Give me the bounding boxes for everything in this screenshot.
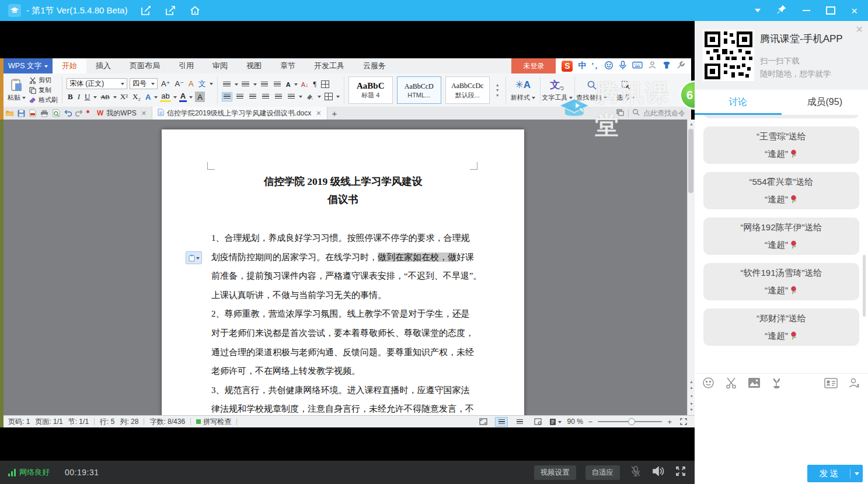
fullscreen-icon[interactable] bbox=[675, 465, 686, 479]
style-heading4[interactable]: AaBbC 标题 4 bbox=[348, 76, 393, 104]
mic-muted-icon[interactable] bbox=[629, 465, 642, 480]
font-size-select[interactable]: 四号 bbox=[130, 78, 158, 89]
sort-button[interactable]: A↓ bbox=[300, 79, 310, 90]
page-view-icon[interactable] bbox=[495, 417, 508, 427]
reading-layout-button[interactable] bbox=[549, 418, 562, 426]
chevron-down-icon[interactable] bbox=[173, 96, 177, 100]
open-file-icon[interactable] bbox=[4, 107, 15, 120]
ribbon-tab-dev-tools[interactable]: 开发工具 bbox=[305, 58, 354, 73]
outline-view-icon[interactable] bbox=[513, 417, 526, 427]
align-left-button[interactable] bbox=[222, 92, 232, 101]
style-default-para[interactable]: AaBbCcDc 默认段... bbox=[445, 76, 490, 104]
italic-button[interactable]: I bbox=[76, 92, 81, 102]
text-tools-button[interactable]: 文 文字工具 bbox=[541, 73, 574, 107]
strikethrough-button[interactable]: AB bbox=[99, 92, 110, 102]
highlight-color-button[interactable]: ab bbox=[160, 92, 170, 102]
ribbon-tab-view[interactable]: 视图 bbox=[237, 58, 271, 73]
ime-skin-icon[interactable] bbox=[662, 61, 671, 71]
chevron-down-icon[interactable] bbox=[113, 96, 117, 100]
ime-punctuation-toggle[interactable]: ’， bbox=[591, 61, 599, 71]
decrease-indent-button[interactable] bbox=[259, 80, 270, 89]
ribbon-tab-insert[interactable]: 插入 bbox=[86, 58, 120, 73]
chevron-down-icon[interactable] bbox=[93, 96, 97, 100]
scroll-up-icon[interactable]: ▲ bbox=[689, 121, 693, 127]
subscript-button[interactable]: X₂ bbox=[131, 92, 142, 102]
fullscreen-view-icon[interactable] bbox=[477, 417, 490, 427]
ime-settings-icon[interactable] bbox=[677, 61, 685, 71]
char-scale-button[interactable]: A bbox=[285, 79, 292, 90]
sogou-ime-icon[interactable]: S bbox=[562, 61, 573, 72]
bold-button[interactable]: B bbox=[67, 92, 74, 102]
gift-flower-icon[interactable] bbox=[771, 377, 782, 391]
styles-scroll-down-icon[interactable]: ▼ bbox=[496, 88, 500, 92]
numbered-list-button[interactable] bbox=[240, 80, 251, 89]
video-settings-button[interactable]: 视频设置 bbox=[534, 465, 576, 480]
zoom-out-button[interactable]: − bbox=[588, 418, 593, 426]
spell-check-status[interactable]: 拼写检查 bbox=[196, 417, 231, 427]
borders-button[interactable] bbox=[323, 92, 334, 101]
increase-indent-button[interactable] bbox=[272, 80, 283, 89]
ime-keyboard-icon[interactable] bbox=[632, 61, 643, 71]
font-color-button[interactable]: A bbox=[179, 92, 187, 102]
auto-fit-button[interactable]: 自适应 bbox=[585, 465, 621, 480]
close-banner-icon[interactable]: ✕ bbox=[856, 24, 863, 35]
chevron-down-icon[interactable] bbox=[154, 96, 158, 100]
ribbon-tab-cloud[interactable]: 云服务 bbox=[354, 58, 395, 73]
font-name-select[interactable]: 宋体 (正文) bbox=[67, 78, 127, 89]
speaker-icon[interactable] bbox=[651, 465, 665, 480]
pin-icon[interactable] bbox=[776, 4, 787, 17]
superscript-button[interactable]: X² bbox=[119, 92, 129, 102]
next-page-icon[interactable]: ▼▼ bbox=[689, 401, 693, 413]
ime-emoji-icon[interactable] bbox=[604, 61, 613, 72]
zoom-in-button[interactable]: + bbox=[667, 418, 672, 426]
find-replace-button[interactable]: 查找替换 bbox=[575, 73, 609, 107]
text-effects-button[interactable]: A bbox=[144, 92, 152, 102]
login-button[interactable]: 未登录 bbox=[511, 58, 556, 73]
ribbon-tab-page-layout[interactable]: 页面布局 bbox=[120, 58, 169, 73]
fit-page-icon[interactable] bbox=[677, 417, 690, 427]
home-icon[interactable] bbox=[189, 5, 201, 16]
invite-person-icon[interactable] bbox=[848, 377, 860, 391]
ribbon-tab-section[interactable]: 章节 bbox=[271, 58, 305, 73]
bullet-list-button[interactable] bbox=[222, 80, 232, 89]
chat-scrollbar-thumb[interactable] bbox=[863, 255, 866, 317]
select-button[interactable]: 选择 bbox=[609, 73, 643, 107]
ribbon-tab-review[interactable]: 审阅 bbox=[203, 58, 237, 73]
scrollbar-thumb[interactable] bbox=[688, 129, 693, 193]
status-word-count[interactable]: 字数: 8/436 bbox=[149, 417, 185, 427]
ime-person-icon[interactable] bbox=[648, 61, 657, 71]
grow-font-button[interactable]: A⁺ bbox=[160, 79, 172, 89]
zoom-slider[interactable] bbox=[598, 421, 662, 422]
switch-window-icon[interactable] bbox=[616, 109, 625, 118]
share-icon[interactable] bbox=[165, 5, 176, 16]
tab-members[interactable]: 成员(95) bbox=[782, 90, 868, 115]
new-tab-button[interactable]: + bbox=[327, 108, 342, 118]
new-style-button[interactable]: ✳A 新样式 bbox=[506, 73, 540, 107]
web-view-icon[interactable] bbox=[531, 417, 544, 427]
ime-language-toggle[interactable]: 中 bbox=[578, 61, 586, 71]
ribbon-tab-home[interactable]: 开始 bbox=[53, 58, 86, 73]
cut-button[interactable]: 剪切 bbox=[29, 76, 58, 85]
ime-voice-icon[interactable] bbox=[619, 61, 627, 72]
close-tab-icon[interactable]: ✕ bbox=[316, 110, 321, 117]
print-icon[interactable] bbox=[39, 107, 50, 120]
titlebar-dropdown-icon[interactable] bbox=[755, 9, 761, 15]
image-icon[interactable] bbox=[748, 377, 761, 391]
previous-page-icon[interactable]: ▲▲ bbox=[689, 379, 693, 391]
export-pdf-icon[interactable] bbox=[27, 107, 39, 120]
chevron-down-icon[interactable] bbox=[210, 83, 213, 87]
styles-scroll-up-icon[interactable]: ▲ bbox=[496, 83, 500, 87]
paste-options-button[interactable] bbox=[186, 251, 202, 264]
underline-button[interactable]: U bbox=[83, 92, 91, 102]
minimize-button[interactable] bbox=[803, 10, 810, 11]
maximize-button[interactable] bbox=[826, 6, 835, 15]
wps-app-menu-button[interactable]: WPS 文字 bbox=[4, 58, 53, 73]
justify-button[interactable] bbox=[260, 92, 271, 101]
paste-button[interactable]: 粘贴 bbox=[8, 78, 26, 102]
format-painter-button[interactable]: 格式刷 bbox=[29, 96, 58, 105]
member-card-icon[interactable] bbox=[824, 378, 838, 391]
shrink-font-button[interactable]: A⁻ bbox=[174, 79, 186, 89]
shading-button[interactable] bbox=[305, 92, 315, 101]
tab-my-wps[interactable]: W 我的WPS ✕ bbox=[92, 107, 152, 120]
close-button[interactable]: × bbox=[851, 5, 857, 16]
